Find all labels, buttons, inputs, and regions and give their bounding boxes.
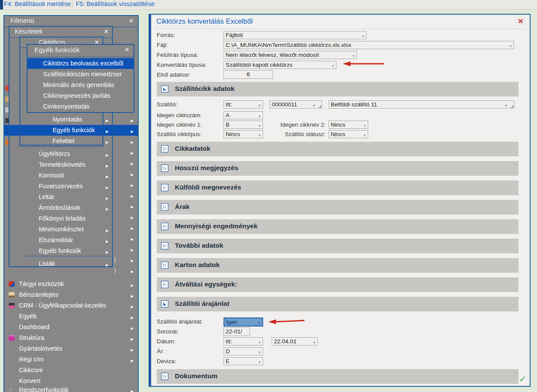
menu-item[interactable]: Egyéb <box>19 311 37 322</box>
screen: F4: Beállítások mentése F5: Beállítások … <box>0 0 537 392</box>
save-settings-button[interactable]: F4: Beállítások mentése <box>4 0 71 7</box>
menu-item[interactable]: Cikkmegnevezés javítás <box>43 90 110 101</box>
submenu-arrow-icon <box>103 170 109 181</box>
expand-button[interactable]: ▷ <box>161 373 168 380</box>
dropdown-arrow-icon <box>331 62 335 68</box>
expand-button[interactable]: ▷ <box>161 165 168 172</box>
fajl-select[interactable]: C:\A_MUNKA\NmTerm\Szállítói cikktörzs.xl… <box>223 41 514 49</box>
menu-item[interactable]: CRM - Ügyfélkapcsolat-kezelés <box>19 300 106 311</box>
dropdown-arrow-icon <box>504 102 508 108</box>
szallito-name-select[interactable]: Belföldi szállító 11 <box>329 100 514 109</box>
konvertalas-tipusa-select[interactable]: Szállítótól kapott cikktörzs <box>223 61 336 69</box>
idegen-cikkszam-select[interactable]: A <box>223 111 263 119</box>
submenu-arrow-icon <box>103 136 109 146</box>
submenu-arrow-icon <box>128 300 133 311</box>
szallito-cikktipus-select[interactable]: Nincs <box>223 130 263 138</box>
field-label: Forrás: <box>157 32 175 38</box>
close-icon[interactable]: × <box>129 16 133 25</box>
reload-settings-button[interactable]: F5: Beállítások visszatöltése <box>72 0 155 7</box>
occluded-text-fragment: ) <box>114 267 116 273</box>
menu-item[interactable]: Minimális árrés generálás <box>43 80 114 90</box>
menu-item[interactable]: Listák <box>39 258 55 269</box>
assets-icon <box>9 281 15 287</box>
menu-item[interactable]: Tárgyi eszközök <box>19 279 64 289</box>
menu-item[interactable]: Minimumkészlet <box>39 224 84 235</box>
menu-item[interactable]: Termeléskövetés <box>39 159 86 170</box>
menu-item[interactable]: Elszámolóár <box>39 235 73 246</box>
szallito-code-select[interactable]: 00000011 <box>270 100 322 109</box>
expand-button[interactable]: ▷ <box>161 203 168 211</box>
submenu-arrow-icon <box>103 149 109 159</box>
submenu-arrow-icon <box>103 159 109 170</box>
submenu-arrow-icon <box>128 233 133 243</box>
menu-item[interactable]: Dashboard <box>19 322 50 333</box>
close-icon[interactable]: × <box>104 27 109 36</box>
collapse-button[interactable]: ◣ <box>161 300 168 308</box>
submenu-arrow-icon <box>128 265 133 276</box>
field-label: Első adatsor: <box>157 72 191 78</box>
menu-item[interactable]: Felvétel <box>20 136 102 146</box>
menu-item[interactable]: Szállítócikkszám menedzser <box>43 69 122 80</box>
expand-button[interactable]: ▷ <box>161 145 168 152</box>
expand-button[interactable]: ▷ <box>161 261 168 269</box>
felulliras-tipusa-select[interactable]: Nem létezőt felvesz, létezőt módosít <box>223 51 357 59</box>
menu-item[interactable]: Régi cím <box>19 354 43 365</box>
menu-item[interactable]: Leltár <box>39 192 54 202</box>
expand-button[interactable]: ▷ <box>161 242 168 249</box>
close-icon[interactable]: × <box>515 16 526 26</box>
collapse-button[interactable]: ◣ <box>161 85 168 93</box>
submenu-arrow-icon <box>128 211 133 222</box>
grip-icon[interactable] <box>319 102 321 109</box>
submenu-arrow-icon <box>128 254 133 265</box>
submenu-arrow-icon <box>128 333 133 343</box>
ar-select[interactable]: D <box>223 347 263 355</box>
menu-item[interactable]: Nyomtatás <box>53 114 82 125</box>
field-label: Konvertálás típusa: <box>157 62 207 68</box>
dropdown-arrow-icon <box>363 131 366 138</box>
dropdown-arrow-icon <box>258 319 261 326</box>
menu-item[interactable]: Rendszerfunkciók <box>19 385 68 392</box>
menu-item[interactable]: Ügyféltörzs <box>39 149 70 159</box>
szallitoi-arajanlat-select[interactable]: Igen <box>223 317 263 327</box>
menu-item[interactable]: Egyéb funkciók <box>53 125 95 136</box>
submenu-arrow-icon <box>128 114 133 125</box>
deviza-select[interactable]: E <box>223 357 263 365</box>
confirm-check-icon[interactable]: ✓ <box>519 374 527 384</box>
szallito-mode-select[interactable]: Itt: <box>223 100 263 109</box>
submenu-arrow-icon <box>103 125 109 136</box>
grip-icon[interactable] <box>511 102 513 109</box>
menu-item[interactable]: Cikkcsre <box>19 365 43 376</box>
close-icon[interactable]: × <box>124 45 129 54</box>
datum-value-select[interactable]: 22.04.01 <box>272 337 318 345</box>
expand-button[interactable]: ▷ <box>161 184 168 191</box>
divider <box>154 28 527 29</box>
dropdown-arrow-icon <box>363 122 366 128</box>
dropdown-arrow-icon <box>361 32 365 39</box>
menu-item[interactable]: Bérszámfejtés <box>19 289 59 300</box>
expand-button[interactable]: ▷ <box>161 223 168 230</box>
menu-item[interactable]: Gyártáskövetés <box>19 343 62 354</box>
sorozat-input[interactable]: 22-01/ <box>223 327 250 336</box>
idegen-cikknev1-select[interactable]: B <box>223 121 263 129</box>
menu-item[interactable]: Ármódosítások <box>39 202 81 213</box>
menu-item[interactable]: Cikktörzs beolvasás excelből <box>43 58 123 69</box>
submenu-arrow-icon <box>128 136 133 146</box>
menu-item[interactable]: Főkönyvi feladás <box>39 213 86 224</box>
menu-item[interactable]: Struktúra <box>19 333 44 343</box>
expander-icon: ▷ <box>163 224 166 228</box>
expand-button[interactable]: ▷ <box>161 281 168 288</box>
field-label: Ár: <box>157 348 164 355</box>
elso-adatsor-input[interactable]: 6 <box>223 70 273 79</box>
menu-item[interactable]: Egyéb funkciók <box>39 246 81 256</box>
menu-item[interactable]: Komissió <box>39 170 64 181</box>
szallito-statusz-select[interactable]: Nincs <box>329 130 368 138</box>
section-title: Szállítói árajánlat <box>175 300 230 308</box>
submenu-arrow-icon <box>128 311 133 322</box>
idegen-cikknev2-select[interactable]: Nincs <box>329 121 368 129</box>
submenu-arrow-icon <box>128 354 133 365</box>
menu-item[interactable]: Fuvarszervezés <box>39 181 83 192</box>
submenu-arrow-icon <box>128 125 133 136</box>
menu-item[interactable]: Cimkenyomtatás <box>43 101 90 112</box>
datum-mode-select[interactable]: Itt: <box>223 337 263 345</box>
forras-select[interactable]: Fájlból <box>223 31 366 39</box>
